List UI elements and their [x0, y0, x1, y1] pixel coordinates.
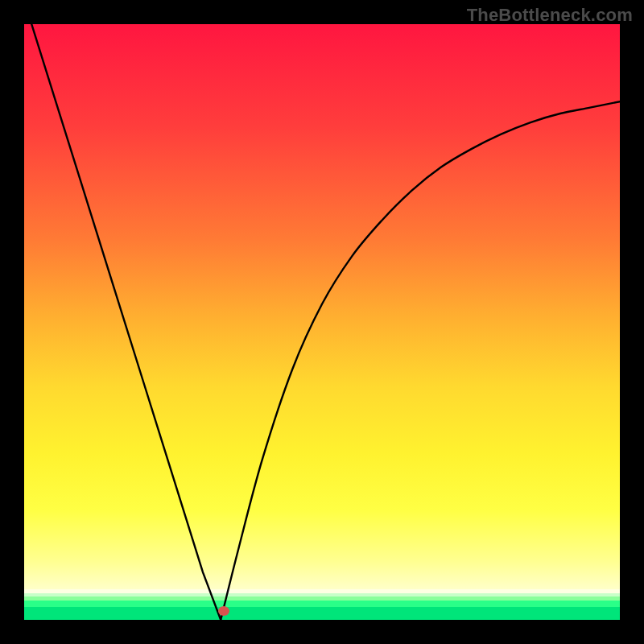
curve-svg	[24, 24, 620, 620]
watermark-text: TheBottleneck.com	[467, 5, 633, 26]
curve-left-branch	[24, 24, 221, 620]
chart-frame: TheBottleneck.com	[0, 0, 644, 644]
minimum-marker	[218, 606, 229, 616]
curve-right-branch	[221, 101, 620, 620]
plot-area	[24, 24, 620, 620]
